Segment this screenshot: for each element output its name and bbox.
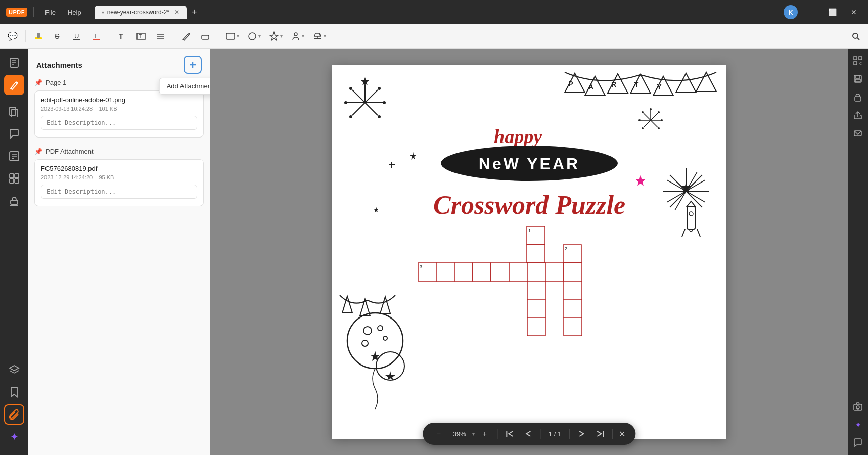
text-toolbar-btn[interactable]: T <box>113 28 130 45</box>
circle-color-btn[interactable]: ▾ <box>244 29 264 43</box>
first-page-button[interactable] <box>501 426 518 442</box>
prev-page-button[interactable] <box>520 426 536 442</box>
attachment-meta-1: 2023-09-13 10:24:28 101 KB <box>41 106 197 112</box>
textbox-toolbar-btn[interactable]: T <box>132 28 150 45</box>
maximize-button[interactable]: ⬜ <box>823 6 842 18</box>
titlebar-right: K — ⬜ ✕ <box>784 5 862 19</box>
svg-point-158 <box>856 406 859 409</box>
section-header-pdf: 📌 PDF Attachment <box>34 148 204 155</box>
zoom-in-button[interactable]: + <box>477 426 493 442</box>
avatar[interactable]: K <box>784 5 798 19</box>
svg-marker-141 <box>374 207 379 212</box>
svg-rect-31 <box>10 152 19 161</box>
sidebar-reader-icon[interactable] <box>4 53 24 73</box>
star-color-btn[interactable]: ▾ <box>266 29 286 43</box>
svg-rect-100 <box>491 263 509 281</box>
svg-rect-104 <box>564 263 582 281</box>
svg-marker-17 <box>270 32 278 40</box>
last-page-button[interactable] <box>592 426 608 442</box>
sidebar-bookmark-icon[interactable] <box>4 382 24 402</box>
strikethrough-toolbar-btn[interactable]: S <box>49 28 66 45</box>
stamp-color-btn[interactable]: ▾ <box>309 29 329 43</box>
right-panel: CR ✦ <box>848 49 868 455</box>
svg-text:2: 2 <box>565 246 567 251</box>
sidebar-pages-icon[interactable] <box>4 102 24 122</box>
svg-rect-149 <box>854 62 857 65</box>
help-menu[interactable]: Help <box>63 7 86 18</box>
sidebar-attachment-icon[interactable] <box>4 404 24 425</box>
svg-line-75 <box>644 120 651 127</box>
highlight-toolbar-btn[interactable] <box>30 28 47 45</box>
rect-color-btn[interactable]: ▾ <box>222 29 242 43</box>
svg-marker-89 <box>635 175 646 186</box>
page-indicator: 1 / 1 <box>544 430 565 438</box>
pen-toolbar-btn[interactable] <box>177 28 195 45</box>
svg-rect-109 <box>527 317 545 336</box>
comment-toolbar-btn[interactable]: 💬 <box>4 28 21 45</box>
person-color-btn[interactable]: ▾ <box>288 29 307 43</box>
tab-close-button[interactable]: ✕ <box>174 9 179 16</box>
sidebar-organize-icon[interactable] <box>4 168 24 189</box>
svg-text:T: T <box>93 32 97 40</box>
search-toolbar-btn[interactable] <box>848 28 864 44</box>
zoom-out-button[interactable]: − <box>431 426 447 442</box>
svg-line-77 <box>644 113 651 120</box>
save-right-button[interactable] <box>850 71 866 87</box>
svg-text:T: T <box>634 81 638 89</box>
svg-point-54 <box>349 115 352 118</box>
add-attachment-button[interactable]: Add Attachment... <box>184 56 202 74</box>
sidebar-ai-icon[interactable]: ✦ <box>4 427 24 447</box>
bottom-toolbar: − 39% ▾ + 1 / 1 ✕ <box>423 423 635 445</box>
svg-marker-144 <box>380 297 390 313</box>
ocr-button[interactable]: CR <box>850 53 866 69</box>
svg-point-115 <box>362 340 368 346</box>
zoom-dropdown[interactable]: ▾ <box>472 431 475 437</box>
svg-line-48 <box>352 103 365 115</box>
underline-toolbar-btn[interactable]: U <box>68 28 85 45</box>
chat-right-button[interactable]: ✦ <box>850 417 866 433</box>
svg-rect-35 <box>10 174 14 178</box>
svg-rect-101 <box>509 263 527 281</box>
app-logo: UPDF <box>6 8 27 17</box>
close-button[interactable]: ✕ <box>846 6 862 18</box>
text-color-toolbar-btn[interactable]: T <box>87 28 105 45</box>
add-attachment-tooltip: Add Attachment... <box>159 78 210 95</box>
attachment-description-2[interactable] <box>41 185 197 199</box>
eraser-toolbar-btn[interactable] <box>197 28 214 45</box>
mail-right-button[interactable] <box>850 125 866 142</box>
close-nav-button[interactable]: ✕ <box>617 427 627 441</box>
minimize-button[interactable]: — <box>802 6 819 18</box>
svg-marker-118 <box>385 371 395 380</box>
svg-rect-154 <box>855 97 861 101</box>
svg-point-55 <box>378 115 381 118</box>
attachment-description-1[interactable] <box>41 116 197 130</box>
comment-right-button[interactable] <box>850 435 866 451</box>
svg-rect-102 <box>527 263 545 281</box>
list-toolbar-btn[interactable] <box>152 28 169 45</box>
svg-point-80 <box>661 119 663 121</box>
svg-rect-108 <box>564 299 582 317</box>
svg-point-137 <box>689 212 693 216</box>
svg-rect-99 <box>473 263 491 281</box>
next-page-button[interactable] <box>574 426 590 442</box>
svg-marker-138 <box>409 152 417 160</box>
camera-right-button[interactable] <box>850 398 866 415</box>
svg-rect-106 <box>564 281 582 299</box>
sidebar-layers-icon[interactable] <box>4 360 24 380</box>
firework-right <box>656 156 716 249</box>
lock-right-button[interactable] <box>850 89 866 105</box>
add-tab-button[interactable]: + <box>188 5 201 20</box>
sidebar-form-icon[interactable] <box>4 146 24 166</box>
svg-point-78 <box>650 108 652 110</box>
svg-point-56 <box>344 101 347 104</box>
active-tab[interactable]: ▾ new-year-crossword-2* ✕ <box>95 6 187 19</box>
file-menu[interactable]: File <box>40 7 61 18</box>
attachments-title: Attachments <box>36 61 82 69</box>
share-right-button[interactable] <box>850 107 866 123</box>
sidebar-edit-icon[interactable] <box>4 75 24 95</box>
pdf-viewer[interactable]: P A R T Y <box>210 49 848 455</box>
sidebar-comment-icon[interactable] <box>4 124 24 144</box>
svg-text:Y: Y <box>657 83 662 91</box>
svg-marker-65 <box>696 72 716 92</box>
sidebar-stamp-icon[interactable] <box>4 191 24 211</box>
